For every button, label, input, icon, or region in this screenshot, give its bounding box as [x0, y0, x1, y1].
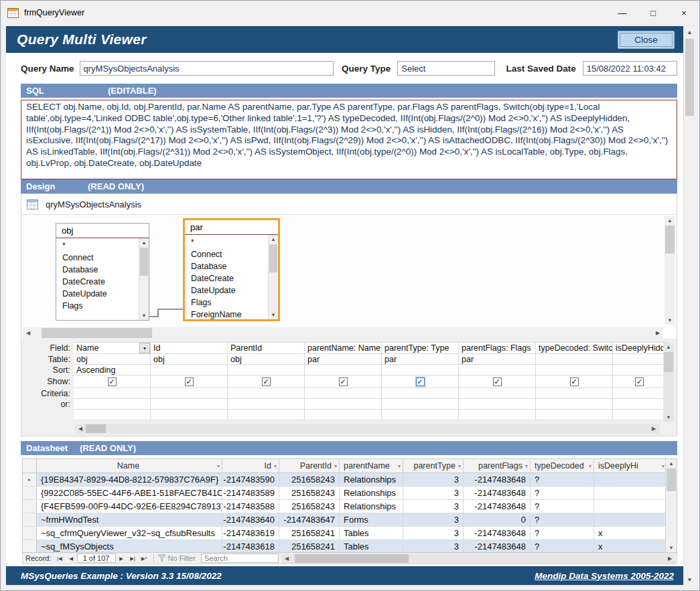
footer-link[interactable]: Mendip Data Systems 2005-2022	[535, 571, 674, 581]
scroll-right-icon[interactable]: ▶	[648, 424, 659, 434]
field-item[interactable]: Database	[191, 260, 268, 272]
filter-status[interactable]: No Filter	[168, 554, 196, 562]
query-type-field[interactable]: Select	[397, 61, 495, 76]
datasheet-horizontal-scrollbar[interactable]: ◀ ▶	[281, 554, 675, 564]
scroll-down-icon[interactable]: ▼	[684, 574, 695, 585]
grid-field-cell[interactable]: ParentId	[228, 342, 305, 354]
grid-show-cell[interactable]: ✓	[536, 375, 613, 388]
cell-id[interactable]: -2147483589	[222, 487, 279, 499]
grid-show-cell[interactable]: ✓	[151, 375, 228, 388]
cell-id[interactable]: -2147483618	[222, 540, 279, 553]
scroll-right-icon[interactable]: ▶	[664, 554, 675, 564]
grid-or-cell[interactable]	[459, 399, 536, 410]
cell-parentflags[interactable]: -2147483648	[464, 527, 531, 539]
cell-parentid[interactable]: 251658243	[279, 473, 340, 486]
sql-editor[interactable]: SELECT obj.Name, obj.Id, obj.ParentId, p…	[21, 100, 677, 179]
grid-table-cell[interactable]: obj	[151, 354, 228, 365]
grid-empty-cell[interactable]	[74, 410, 151, 420]
datasheet-vertical-scrollbar[interactable]: ▲ ▼	[665, 459, 677, 552]
field-item[interactable]: Connect	[62, 252, 139, 264]
row-selector[interactable]: ▸	[23, 473, 37, 486]
minimize-button[interactable]: —	[607, 1, 638, 25]
grid-sort-cell[interactable]	[228, 365, 305, 375]
grid-empty-cell[interactable]	[613, 410, 667, 420]
column-header-name[interactable]: Name▾	[37, 459, 222, 473]
field-item[interactable]: DateCreate	[62, 276, 139, 288]
select-all-corner[interactable]	[23, 459, 37, 473]
cell-isdeeplyhidden[interactable]: x	[594, 527, 667, 539]
show-checkbox[interactable]: ✓	[339, 377, 348, 386]
grid-empty-cell[interactable]	[151, 410, 228, 420]
cell-typedecoded[interactable]: ?	[531, 513, 594, 526]
grid-field-cell[interactable]: parentType: Type	[382, 342, 459, 354]
scrollbar-thumb[interactable]	[86, 424, 106, 433]
close-window-button[interactable]: ×	[669, 1, 699, 25]
first-record-button[interactable]: |◀	[54, 554, 66, 564]
table-box-title[interactable]: par	[185, 220, 278, 235]
grid-horizontal-scrollbar[interactable]: ◀ ▶	[75, 424, 659, 434]
field-item[interactable]: ForeignName	[191, 309, 268, 319]
column-header-typedecoded[interactable]: typeDecoded▾	[531, 459, 594, 473]
scrollbar-thumb[interactable]	[295, 554, 409, 563]
grid-or-cell[interactable]	[305, 399, 382, 410]
cell-typedecoded[interactable]: ?	[531, 527, 594, 539]
cell-id[interactable]: -2147483588	[222, 500, 279, 513]
last-record-button[interactable]: ▶|	[127, 554, 139, 564]
maximize-button[interactable]: □	[638, 1, 669, 25]
cell-parentid[interactable]: 251658243	[279, 500, 340, 513]
scroll-up-icon[interactable]: ▲	[663, 343, 674, 351]
cell-id[interactable]: -2147483619	[222, 527, 279, 539]
scrollbar-thumb[interactable]	[269, 244, 277, 272]
show-checkbox[interactable]: ✓	[416, 377, 425, 386]
show-checkbox[interactable]: ✓	[262, 377, 271, 386]
cell-parentflags[interactable]: -2147483648	[464, 473, 531, 486]
chevron-down-icon[interactable]: ▾	[274, 463, 277, 469]
cell-parentname[interactable]: Relationships	[340, 487, 403, 499]
grid-field-cell[interactable]: Name ▾	[74, 342, 151, 354]
grid-or-cell[interactable]	[228, 399, 305, 410]
show-checkbox[interactable]: ✓	[493, 377, 502, 386]
grid-show-cell[interactable]: ✓	[459, 375, 536, 388]
grid-table-cell[interactable]	[613, 354, 667, 365]
grid-table-cell[interactable]	[536, 354, 613, 365]
scroll-up-icon[interactable]: ▲	[269, 235, 278, 244]
record-position-field[interactable]: 1 of 107	[77, 554, 116, 563]
cell-parentname[interactable]: Relationships	[340, 500, 403, 513]
cell-isdeeplyhidden[interactable]	[594, 473, 667, 486]
cell-name[interactable]: ~sq_cfrmQueryViewer_v32~sq_cfsubResults	[37, 527, 222, 539]
scrollbar-thumb[interactable]	[42, 328, 152, 338]
search-input[interactable]: Search	[201, 554, 279, 563]
grid-empty-cell[interactable]	[228, 410, 305, 420]
field-item[interactable]: DateUpdate	[62, 288, 139, 300]
cell-parentflags[interactable]: -2147483648	[464, 540, 531, 553]
grid-empty-cell[interactable]	[459, 410, 536, 420]
scroll-down-icon[interactable]: ▼	[663, 413, 674, 422]
row-selector[interactable]	[23, 487, 37, 499]
cell-name[interactable]: {F4EFB599-00F9-44DC-92E6-EE8294C78913}	[37, 500, 222, 513]
grid-criteria-cell[interactable]	[536, 388, 613, 399]
cell-typedecoded[interactable]: ?	[531, 487, 594, 499]
form-vertical-scrollbar[interactable]: ▲ ▼	[683, 26, 695, 585]
grid-sort-cell[interactable]	[459, 365, 536, 375]
column-header-id[interactable]: Id▾	[222, 459, 279, 473]
scrollbar-thumb[interactable]	[140, 248, 148, 276]
grid-or-cell[interactable]	[613, 399, 667, 410]
cell-parentflags[interactable]: 0	[464, 513, 531, 526]
grid-empty-cell[interactable]	[536, 410, 613, 420]
cell-typedecoded[interactable]: ?	[531, 540, 594, 553]
row-selector[interactable]	[23, 513, 37, 526]
scrollbar-thumb[interactable]	[664, 352, 673, 372]
scroll-down-icon[interactable]: ▼	[664, 316, 675, 325]
grid-or-cell[interactable]	[382, 399, 459, 410]
grid-show-cell[interactable]: ✓	[305, 375, 382, 388]
scroll-down-icon[interactable]: ▼	[666, 543, 677, 552]
cell-isdeeplyhidden[interactable]	[594, 487, 667, 499]
cell-parentid[interactable]: 251658243	[279, 487, 340, 499]
row-selector[interactable]	[23, 527, 37, 539]
chevron-down-icon[interactable]: ▾	[458, 463, 461, 469]
table-box-par[interactable]: par * Connect Database DateCreate DateUp…	[183, 218, 280, 321]
grid-or-cell[interactable]	[74, 399, 151, 410]
field-item[interactable]: *	[191, 236, 268, 248]
column-header-parenttype[interactable]: parentType▾	[403, 459, 464, 473]
show-checkbox[interactable]: ✓	[635, 377, 644, 386]
